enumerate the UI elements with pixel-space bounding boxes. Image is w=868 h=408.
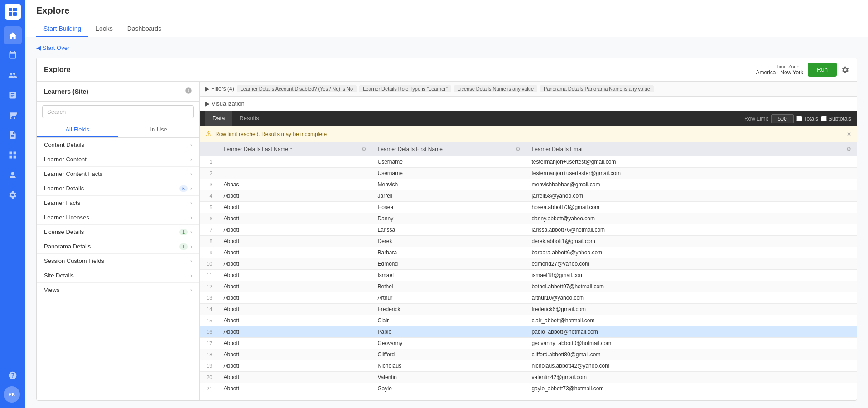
- table-row[interactable]: 2 Username testermanjon+usertester@gmail…: [200, 168, 857, 179]
- filter-chip-4[interactable]: Panorama Details Panorama Name is any va…: [540, 85, 654, 92]
- cell-email: bethel.abbott97@hotmail.com: [526, 281, 857, 292]
- user-avatar[interactable]: PK: [4, 386, 20, 403]
- field-item-learner-content[interactable]: Learner Content ›: [37, 152, 199, 167]
- table-header-row: Learner Details Last Name ↑ ⚙ Learner De…: [200, 142, 857, 156]
- data-tab-results[interactable]: Results: [232, 111, 266, 126]
- field-item-learner-facts[interactable]: Learner Facts ›: [37, 196, 199, 210]
- col-settings-icon-3[interactable]: ⚙: [846, 146, 851, 152]
- field-item-site-details[interactable]: Site Details ›: [37, 268, 199, 283]
- visualization-label: Visualization: [212, 100, 245, 107]
- timezone-area[interactable]: Time Zone ↓ America · New York: [756, 64, 803, 76]
- learner-details-badge: 5: [179, 185, 188, 192]
- th-email[interactable]: Learner Details Email ⚙: [526, 142, 857, 156]
- table-row[interactable]: 8 Abbott Derek derek.abbott1@gmail.com: [200, 236, 857, 247]
- field-label: Learner Content Facts: [44, 170, 102, 177]
- warning-icon: ⚠: [205, 130, 212, 138]
- field-item-views[interactable]: Views ›: [37, 283, 199, 297]
- filters-toggle[interactable]: ▶ Filters (4): [205, 86, 234, 92]
- table-row[interactable]: 16 Abbott Pablo pablo_abbott@hotmail.com: [200, 326, 857, 338]
- chevron-right-icon: ›: [190, 258, 192, 264]
- field-item-learner-details[interactable]: Learner Details 5 ›: [37, 181, 199, 196]
- table-row[interactable]: 5 Abbott Hosea hosea.abbott73@gmail.com: [200, 202, 857, 213]
- field-item-learner-licenses[interactable]: Learner Licenses ›: [37, 210, 199, 225]
- table-body: 1 Username testermanjon+usertest@gmail.c…: [200, 156, 857, 394]
- table-row[interactable]: 13 Abbott Arthur arthur10@yahoo.com: [200, 292, 857, 304]
- sidebar-chart-icon[interactable]: [4, 86, 22, 104]
- timezone-value[interactable]: America · New York: [756, 69, 803, 76]
- filter-chip-3[interactable]: License Details Name is any value: [454, 85, 537, 92]
- sidebar-help-icon[interactable]: [4, 366, 22, 384]
- filter-chip-1[interactable]: Learner Details Account Disabled? (Yes /…: [237, 85, 357, 92]
- field-item-panorama-details[interactable]: Panorama Details 1 ›: [37, 239, 199, 254]
- th-first-name[interactable]: Learner Details First Name ⚙: [372, 142, 526, 156]
- table-row[interactable]: 19 Abbott Nicholaus nicholaus.abbott42@y…: [200, 360, 857, 372]
- row-limit-input[interactable]: [771, 114, 794, 123]
- data-table: Learner Details Last Name ↑ ⚙ Learner De…: [200, 142, 857, 394]
- data-tab-data[interactable]: Data: [205, 111, 232, 126]
- table-row[interactable]: 20 Abbott Valentin valentin42@gmail.com: [200, 372, 857, 383]
- sidebar-grid-icon[interactable]: [4, 146, 22, 164]
- filter-chip-2[interactable]: Learner Details Role Type is "Learner": [359, 85, 451, 92]
- table-row[interactable]: 3 Abbas Mehvish mehvishbabbas@gmail.com: [200, 179, 857, 190]
- explore-title: Explore: [44, 66, 71, 74]
- tab-dashboards[interactable]: Dashboards: [120, 21, 169, 37]
- table-row[interactable]: 10 Abbott Edmond edmond27@yahoo.com: [200, 258, 857, 270]
- field-item-session-custom-fields[interactable]: Session Custom Fields ›: [37, 254, 199, 268]
- row-number: 11: [200, 270, 218, 281]
- run-button[interactable]: Run: [808, 63, 837, 77]
- start-over-link[interactable]: ◀ Start Over: [36, 44, 857, 51]
- sidebar-home-icon[interactable]: [4, 26, 22, 44]
- totals-checkbox[interactable]: [796, 116, 802, 121]
- table-row[interactable]: 1 Username testermanjon+usertest@gmail.c…: [200, 156, 857, 168]
- field-item-license-details[interactable]: License Details 1 ›: [37, 225, 199, 239]
- subtotals-checkbox[interactable]: [821, 116, 827, 121]
- col-settings-icon[interactable]: ⚙: [362, 146, 366, 152]
- visualization-toggle[interactable]: ▶ Visualization: [205, 100, 245, 107]
- cell-last-name: Abbott: [218, 190, 372, 202]
- field-label: Learner Details: [44, 185, 84, 192]
- sidebar-document-icon[interactable]: [4, 126, 22, 144]
- app-logo[interactable]: [5, 4, 21, 20]
- triangle-icon: ▶: [205, 100, 210, 107]
- table-row[interactable]: 12 Abbott Bethel bethel.abbott97@hotmail…: [200, 281, 857, 292]
- col-settings-icon-2[interactable]: ⚙: [516, 146, 521, 152]
- field-item-content-details[interactable]: Content Details ›: [37, 138, 199, 152]
- table-row[interactable]: 9 Abbott Barbara barbara.abbott6@yahoo.c…: [200, 247, 857, 258]
- explore-header-right: Time Zone ↓ America · New York Run: [756, 63, 849, 77]
- table-row[interactable]: 14 Abbott Frederick frederick6@gmail.com: [200, 304, 857, 315]
- field-label: Site Details: [44, 272, 74, 279]
- left-panel-info-icon[interactable]: [185, 87, 192, 96]
- tab-all-fields[interactable]: All Fields: [37, 122, 118, 137]
- explore-settings-button[interactable]: [841, 66, 849, 74]
- table-row[interactable]: 6 Abbott Danny danny.abbott@yahoo.com: [200, 213, 857, 224]
- field-item-learner-content-facts[interactable]: Learner Content Facts ›: [37, 167, 199, 181]
- table-row[interactable]: 18 Abbott Clifford clifford.abbott80@gma…: [200, 349, 857, 360]
- table-row[interactable]: 11 Abbott Ismael ismael18@gmail.com: [200, 270, 857, 281]
- close-warning-button[interactable]: ✕: [847, 131, 851, 137]
- tab-looks[interactable]: Looks: [88, 21, 120, 37]
- subtotals-checkbox-label[interactable]: Subtotals: [821, 116, 851, 122]
- th-last-name[interactable]: Learner Details Last Name ↑ ⚙: [218, 142, 372, 156]
- table-row[interactable]: 21 Abbott Gayle gayle_abbott73@hotmail.c…: [200, 383, 857, 394]
- table-row[interactable]: 4 Abbott Jarrell jarrell58@yahoo.com: [200, 190, 857, 202]
- search-input[interactable]: [42, 105, 194, 118]
- sidebar-people-icon[interactable]: [4, 66, 22, 84]
- sidebar-settings-icon[interactable]: [4, 186, 22, 204]
- cell-email: pablo_abbott@hotmail.com: [526, 326, 857, 338]
- page-title: Explore: [36, 5, 857, 16]
- row-number: 20: [200, 372, 218, 383]
- cell-last-name: [218, 168, 372, 179]
- cell-last-name: Abbott: [218, 315, 372, 326]
- cell-last-name: Abbott: [218, 247, 372, 258]
- tab-start-building[interactable]: Start Building: [36, 21, 88, 37]
- sidebar-calendar-icon[interactable]: [4, 46, 22, 64]
- cell-email: gayle_abbott73@hotmail.com: [526, 383, 857, 394]
- totals-checkbox-label[interactable]: Totals: [796, 116, 818, 122]
- cell-first-name: Clair: [372, 315, 526, 326]
- table-row[interactable]: 15 Abbott Clair clair_abbott@hotmail.com: [200, 315, 857, 326]
- sidebar-cart-icon[interactable]: [4, 106, 22, 124]
- table-row[interactable]: 17 Abbott Geovanny geovanny_abbott0@hotm…: [200, 338, 857, 349]
- sidebar-users-icon[interactable]: [4, 166, 22, 184]
- tab-in-use[interactable]: In Use: [118, 122, 200, 137]
- table-row[interactable]: 7 Abbott Larissa larissa.abbott76@hotmai…: [200, 224, 857, 236]
